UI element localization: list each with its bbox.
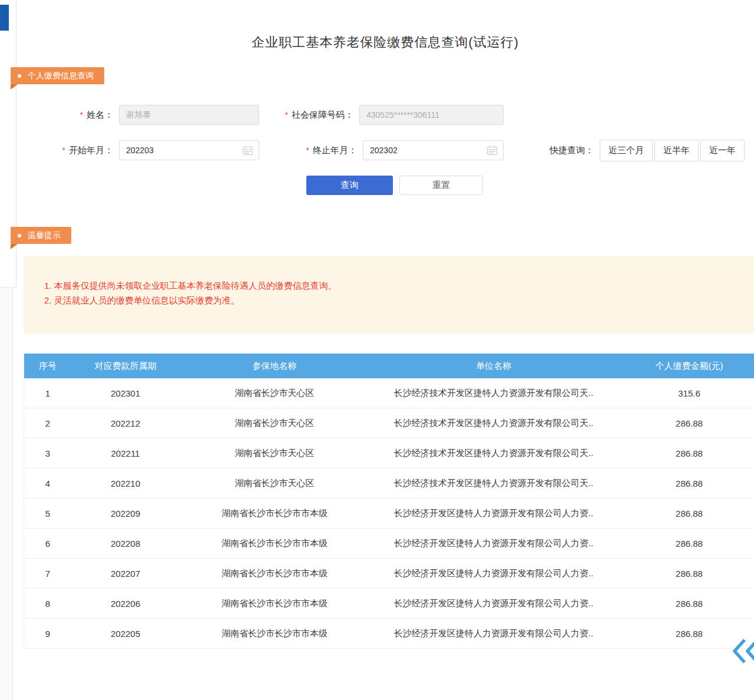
table-body: 1202301湖南省长沙市天心区长沙经济技术开发区捷特人力资源开发有限公司天..…	[24, 378, 754, 649]
column-header: 序号	[24, 354, 72, 378]
end-month-field[interactable]	[363, 140, 504, 160]
table-cell: 长沙经济开发区捷特人力资源开发有限公司人力资..	[369, 589, 618, 619]
column-header: 单位名称	[369, 354, 618, 378]
notice-line: 1. 本服务仅提供尚未领取企业职工基本养老保险待遇人员的缴费信息查询。	[44, 278, 742, 293]
table-cell: 202207	[71, 559, 180, 589]
column-header: 参保地名称	[180, 354, 369, 378]
table-cell: 286.88	[618, 438, 754, 468]
start-month-label: *开始年月：	[24, 140, 113, 160]
table-cell: 9	[24, 619, 72, 649]
table-cell: 202212	[71, 408, 180, 438]
table-cell: 286.88	[618, 529, 754, 559]
table-cell: 长沙经济开发区捷特人力资源开发有限公司人力资..	[369, 559, 618, 589]
query-button[interactable]: 查询	[306, 176, 393, 195]
section-header-tips: 温馨提示	[11, 227, 71, 244]
table-row: 7202207湖南省长沙市长沙市市本级长沙经济开发区捷特人力资源开发有限公司人力…	[24, 559, 754, 589]
table-cell: 湖南省长沙市长沙市市本级	[180, 559, 369, 589]
table-cell: 湖南省长沙市天心区	[180, 408, 369, 438]
table-cell: 长沙经济技术开发区捷特人力资源开发有限公司天..	[369, 408, 618, 438]
table-cell: 202206	[71, 589, 180, 619]
section-header-tips-label: 温馨提示	[28, 230, 61, 241]
quick-last-3-months-button[interactable]: 近三个月	[600, 140, 653, 161]
table-cell: 1	[24, 378, 72, 408]
table-cell: 长沙经济开发区捷特人力资源开发有限公司人力资..	[369, 498, 618, 529]
table-row: 4202210湖南省长沙市天心区长沙经济技术开发区捷特人力资源开发有限公司天..…	[24, 468, 754, 498]
table-cell: 长沙经济技术开发区捷特人力资源开发有限公司天..	[369, 438, 618, 468]
table-cell: 8	[24, 589, 72, 619]
bullet-icon	[18, 234, 21, 237]
table-row: 1202301湖南省长沙市天心区长沙经济技术开发区捷特人力资源开发有限公司天..…	[24, 378, 754, 408]
table-cell: 3	[24, 438, 72, 468]
column-header: 对应费款所属期	[71, 354, 180, 378]
start-month-field[interactable]	[119, 140, 259, 160]
table-cell: 7	[24, 559, 72, 589]
sidebar-edge-block	[0, 5, 9, 31]
table-cell: 湖南省长沙市天心区	[180, 468, 369, 498]
table-cell: 2	[24, 408, 72, 438]
table-cell: 286.88	[618, 408, 754, 438]
table-cell: 286.88	[618, 559, 754, 589]
table-cell: 湖南省长沙市长沙市市本级	[180, 619, 369, 649]
table-cell: 202208	[71, 529, 180, 559]
table-cell: 长沙经济技术开发区捷特人力资源开发有限公司天..	[369, 378, 618, 408]
quick-query-group: 近三个月 近半年 近一年	[600, 140, 745, 161]
table-cell: 湖南省长沙市长沙市市本级	[180, 498, 369, 529]
bullet-icon	[18, 74, 21, 78]
table-row: 8202206湖南省长沙市长沙市市本级长沙经济开发区捷特人力资源开发有限公司人力…	[24, 589, 754, 619]
calendar-icon[interactable]	[243, 146, 253, 155]
table-row: 3202211湖南省长沙市天心区长沙经济技术开发区捷特人力资源开发有限公司天..…	[24, 438, 754, 468]
table-cell: 湖南省长沙市长沙市市本级	[180, 529, 369, 559]
table-cell: 202301	[71, 378, 180, 408]
table-cell: 长沙经济技术开发区捷特人力资源开发有限公司天..	[369, 468, 618, 498]
table-cell: 286.88	[618, 468, 754, 498]
table-row: 6202208湖南省长沙市长沙市市本级长沙经济开发区捷特人力资源开发有限公司人力…	[24, 529, 754, 559]
page-title: 企业职工基本养老保险缴费信息查询(试运行)	[16, 34, 754, 51]
quick-query-label: 快捷查询：	[550, 140, 594, 160]
notice-line: 2. 灵活就业人员的缴费单位信息以实际缴费为准。	[44, 293, 742, 308]
ssn-field	[359, 105, 504, 125]
required-mark: *	[80, 110, 83, 120]
table-cell: 湖南省长沙市长沙市市本级	[180, 589, 369, 619]
results-table: 序号对应费款所属期参保地名称单位名称个人缴费金额(元) 1202301湖南省长沙…	[24, 354, 754, 649]
table-row: 5202209湖南省长沙市长沙市市本级长沙经济开发区捷特人力资源开发有限公司人力…	[24, 498, 754, 529]
table-header-row: 序号对应费款所属期参保地名称单位名称个人缴费金额(元)	[24, 354, 754, 378]
table-cell: 6	[24, 529, 72, 559]
table-cell: 286.88	[618, 498, 754, 529]
table-row: 9202205湖南省长沙市长沙市市本级长沙经济开发区捷特人力资源开发有限公司人力…	[24, 619, 754, 649]
reset-button[interactable]: 重置	[399, 176, 483, 195]
table-cell: 长沙经济开发区捷特人力资源开发有限公司人力资..	[369, 619, 618, 649]
table-cell: 315.6	[618, 378, 754, 408]
ssn-label: *社会保障号码：	[236, 105, 353, 125]
column-header: 个人缴费金额(元)	[618, 354, 754, 378]
table-cell: 湖南省长沙市天心区	[180, 438, 369, 468]
calendar-icon[interactable]	[487, 146, 497, 155]
table-cell: 202211	[71, 438, 180, 468]
notice-box: 1. 本服务仅提供尚未领取企业职工基本养老保险待遇人员的缴费信息查询。 2. 灵…	[24, 256, 754, 334]
quick-last-year-button[interactable]: 近一年	[700, 140, 745, 161]
required-mark: *	[306, 146, 309, 155]
table-cell: 202205	[71, 619, 180, 649]
name-label: *姓名：	[24, 105, 113, 125]
table-cell: 湖南省长沙市天心区	[180, 378, 369, 408]
table-cell: 长沙经济开发区捷特人力资源开发有限公司人力资..	[369, 529, 618, 559]
table-row: 2202212湖南省长沙市天心区长沙经济技术开发区捷特人力资源开发有限公司天..…	[24, 408, 754, 438]
table-cell: 202209	[71, 498, 180, 529]
table-cell: 4	[24, 468, 72, 498]
table-cell: 286.88	[618, 589, 754, 619]
quick-last-half-year-button[interactable]: 近半年	[654, 140, 699, 161]
end-month-label: *终止年月：	[253, 140, 357, 160]
section-header-query: 个人缴费信息查询	[11, 67, 104, 84]
table-header: 序号对应费款所属期参保地名称单位名称个人缴费金额(元)	[24, 354, 754, 378]
table-cell: 202210	[71, 468, 180, 498]
required-mark: *	[285, 110, 288, 120]
double-left-chevron-icon[interactable]	[732, 638, 754, 665]
section-header-query-label: 个人缴费信息查询	[28, 71, 94, 81]
required-mark: *	[62, 146, 65, 155]
table-cell: 5	[24, 498, 72, 529]
